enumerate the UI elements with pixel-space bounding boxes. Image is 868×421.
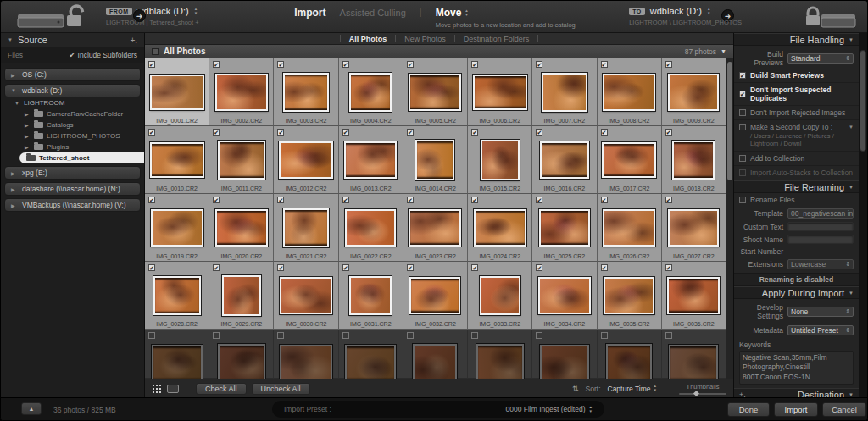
source-volume-datashare[interactable]: ▶datashare (\\nascar.home) (N:) xyxy=(4,182,141,196)
photo-thumbnail[interactable] xyxy=(602,142,656,178)
tab-new-photos[interactable]: New Photos xyxy=(404,35,446,43)
photo-thumbnail[interactable] xyxy=(218,344,265,379)
photo-cell[interactable]: ✔IMG_0019.CR2 xyxy=(145,194,209,262)
photo-thumbnail[interactable] xyxy=(150,142,204,178)
file-handling-header[interactable]: File Handling ▼ xyxy=(734,33,859,46)
uncheck-all-button[interactable]: Uncheck All xyxy=(252,383,310,395)
checkbox-unchecked-icon[interactable] xyxy=(739,155,746,162)
thumbnail-size-slider[interactable]: Thumbnails xyxy=(679,383,726,395)
source-folder-plugins[interactable]: ▶Plugins xyxy=(1,141,144,152)
custom-text-field[interactable] xyxy=(787,222,854,231)
photo-thumbnail[interactable] xyxy=(409,277,460,314)
photo-checkbox-unchecked[interactable] xyxy=(342,332,349,339)
source-volume-wdblack[interactable]: ▼wdblack (D:) xyxy=(4,84,141,97)
collapse-icon[interactable]: ▼ xyxy=(849,291,854,296)
photo-cell[interactable]: ✔IMG_0009.CR2 xyxy=(662,58,726,126)
photo-thumbnail[interactable] xyxy=(474,209,526,247)
photo-thumbnail[interactable] xyxy=(349,276,392,315)
photo-cell[interactable]: ✔IMG_0022.CR2 xyxy=(339,194,403,262)
keywords-field[interactable]: Negative Scan,35mm,Film Photography,Cine… xyxy=(739,351,854,385)
photo-checkbox-checked[interactable]: ✔ xyxy=(213,197,220,203)
add-to-collection-row[interactable]: Add to Collection xyxy=(734,152,859,166)
develop-settings-dropdown[interactable]: None⇕ xyxy=(787,307,854,317)
photo-cell[interactable]: ✔IMG_0005.CR2 xyxy=(403,58,468,126)
photo-checkbox-checked[interactable]: ✔ xyxy=(601,61,608,68)
photo-checkbox-checked[interactable]: ✔ xyxy=(277,197,284,203)
photo-cell[interactable]: ✔IMG_0031.CR2 xyxy=(339,262,403,330)
photo-cell[interactable]: ✔IMG_0036.CR2 xyxy=(662,262,726,330)
photo-checkbox-checked[interactable]: ✔ xyxy=(536,264,542,271)
rename-files-row[interactable]: Rename Files xyxy=(734,193,859,207)
photo-checkbox-checked[interactable]: ✔ xyxy=(277,129,284,136)
photo-checkbox-checked[interactable]: ✔ xyxy=(213,129,220,136)
photo-cell[interactable]: ✔IMG_0012.CR2 xyxy=(274,126,338,194)
checkbox-unchecked-icon[interactable] xyxy=(739,197,746,203)
destination-plus-icon[interactable]: +. xyxy=(739,391,746,397)
photo-cell[interactable]: ✔IMG_0018.CR2 xyxy=(662,126,726,194)
dont-import-duplicates-row[interactable]: ✔ Don't Import Suspected Duplicates xyxy=(734,83,859,106)
photo-checkbox-checked[interactable]: ✔ xyxy=(536,197,542,203)
photo-checkbox-checked[interactable]: ✔ xyxy=(407,61,414,68)
photo-thumbnail[interactable] xyxy=(215,209,268,247)
photo-checkbox-checked[interactable]: ✔ xyxy=(148,61,155,68)
photo-thumbnail[interactable] xyxy=(280,345,332,379)
photo-checkbox-unchecked[interactable] xyxy=(601,332,608,339)
photo-thumbnail[interactable] xyxy=(473,75,527,110)
source-folder-catalogs[interactable]: ▶Catalogs xyxy=(1,119,144,130)
photo-checkbox-checked[interactable]: ✔ xyxy=(665,129,672,136)
photo-thumbnail[interactable] xyxy=(540,345,589,379)
photo-thumbnail[interactable] xyxy=(603,74,655,111)
extensions-dropdown[interactable]: Lowercase⇕ xyxy=(787,259,854,269)
photo-thumbnail[interactable] xyxy=(540,141,589,179)
source-folder-tethered_shoot[interactable]: Tethered_shoot xyxy=(19,152,144,163)
photo-thumbnail[interactable] xyxy=(604,277,654,314)
slider-knob[interactable] xyxy=(693,390,699,396)
photo-cell[interactable]: ✔IMG_0013.CR2 xyxy=(339,126,403,194)
photo-thumbnail[interactable] xyxy=(668,209,719,247)
photo-cell[interactable]: ✔IMG_0017.CR2 xyxy=(598,126,662,194)
photo-thumbnail[interactable] xyxy=(606,344,652,379)
disclosure-triangle-icon[interactable]: ▶ xyxy=(25,144,31,150)
source-volume-vmbackups[interactable]: ▶VMBackups (\\nascar.home) (V:) xyxy=(4,198,141,212)
move-method-dropdown[interactable]: Move ▲▼ xyxy=(436,7,576,19)
photo-cell[interactable] xyxy=(274,330,338,379)
checkbox-unchecked-icon[interactable] xyxy=(739,124,746,130)
checkbox-unchecked-icon[interactable] xyxy=(739,109,746,116)
photo-thumbnail[interactable] xyxy=(409,74,461,111)
photo-thumbnail[interactable] xyxy=(152,345,203,379)
photo-checkbox-checked[interactable]: ✔ xyxy=(342,61,349,68)
photo-checkbox-checked[interactable]: ✔ xyxy=(213,264,220,271)
file-renaming-header[interactable]: File Renaming ▼ xyxy=(734,180,859,193)
sort-direction-icon[interactable]: ⇅ xyxy=(572,385,579,393)
photo-cell[interactable]: ✔IMG_0025.CR2 xyxy=(532,194,597,262)
photo-thumbnail[interactable] xyxy=(667,277,720,314)
photo-cell[interactable]: ✔IMG_0029.CR2 xyxy=(209,262,274,330)
source-plus-icon[interactable]: +. xyxy=(130,36,137,45)
collapse-icon[interactable]: ▼ xyxy=(849,185,854,190)
source-volume-xpg[interactable]: ▶xpg (E:) xyxy=(4,166,141,180)
apply-during-import-header[interactable]: Apply During Import ▼ xyxy=(734,286,859,299)
grid-scrollbar-thumb[interactable] xyxy=(727,62,732,180)
photo-cell[interactable]: ✔IMG_0014.CR2 xyxy=(403,126,468,194)
photo-checkbox-checked[interactable]: ✔ xyxy=(471,129,478,136)
photo-cell[interactable] xyxy=(598,330,662,379)
check-all-button[interactable]: Check All xyxy=(196,383,247,395)
shoot-name-field[interactable] xyxy=(787,235,854,244)
photo-thumbnail[interactable] xyxy=(280,277,332,314)
photo-checkbox-checked[interactable]: ✔ xyxy=(665,197,672,203)
metadata-dropdown[interactable]: Untitled Preset⇕ xyxy=(787,325,854,335)
photo-thumbnail[interactable] xyxy=(481,140,520,180)
tab-destination-folders[interactable]: Destination Folders xyxy=(464,35,530,43)
photo-thumbnail[interactable] xyxy=(153,276,201,315)
photo-thumbnail[interactable] xyxy=(283,208,329,247)
disclosure-triangle-icon[interactable]: ▶ xyxy=(11,202,17,208)
disclosure-triangle-icon[interactable]: ▶ xyxy=(25,133,31,139)
photo-cell[interactable]: ✔IMG_0010.CR2 xyxy=(145,126,209,194)
photo-cell[interactable] xyxy=(339,330,403,379)
dont-import-rejected-row[interactable]: Don't Import Rejected Images xyxy=(734,106,859,120)
photo-cell[interactable]: ✔IMG_0032.CR2 xyxy=(403,262,468,330)
include-subfolders-checkbox[interactable]: ✔ Include Subfolders xyxy=(69,51,137,59)
photo-thumbnail[interactable] xyxy=(215,74,268,111)
photo-checkbox-checked[interactable]: ✔ xyxy=(277,61,284,68)
disclosure-triangle-icon[interactable]: ▼ xyxy=(11,88,17,93)
